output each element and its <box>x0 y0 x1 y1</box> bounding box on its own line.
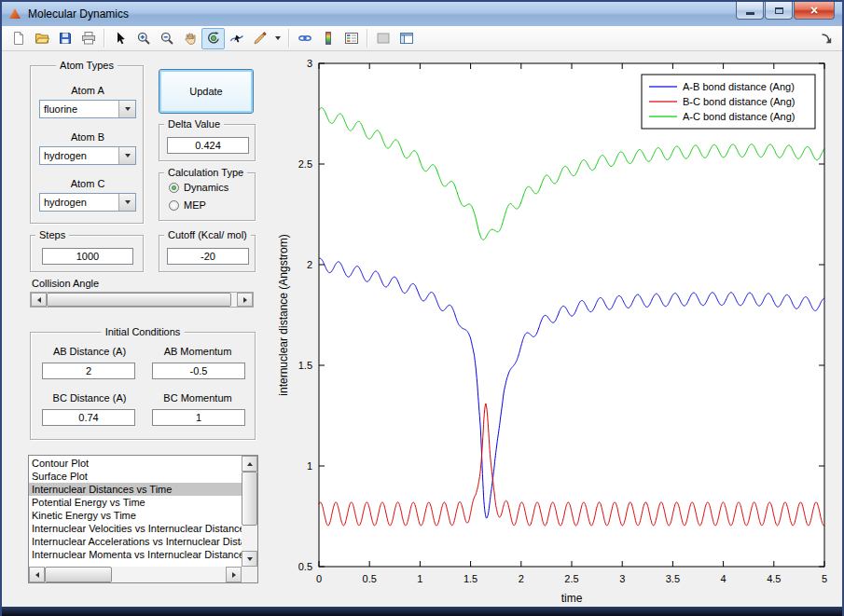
scroll-left-button[interactable] <box>29 567 45 582</box>
list-item[interactable]: Internuclear Velocities vs Internuclear … <box>29 522 242 535</box>
list-horizontal-scrollbar[interactable] <box>29 567 242 582</box>
brush-dropdown-button[interactable] <box>271 27 284 50</box>
collision-angle-slider[interactable] <box>30 292 254 308</box>
horizontal-scroll-thumb[interactable] <box>45 567 112 582</box>
zoom-out-icon <box>159 31 174 46</box>
update-button[interactable]: Update <box>159 69 254 114</box>
pan-icon <box>183 31 198 46</box>
list-item[interactable]: Potential Energy vs Time <box>29 496 242 509</box>
list-item[interactable]: Internuclear Distances vs Time <box>29 483 242 496</box>
atom-a-select[interactable]: fluorine <box>39 100 136 118</box>
delta-value-input[interactable] <box>167 137 249 154</box>
steps-panel: Steps <box>30 235 144 272</box>
svg-text:3: 3 <box>307 58 312 69</box>
slider-right-button[interactable] <box>237 293 253 307</box>
cutoff-input[interactable] <box>167 248 249 265</box>
window-titlebar[interactable]: Molecular Dynamics × <box>2 2 842 26</box>
svg-text:1.5: 1.5 <box>298 360 312 371</box>
cutoff-title: Cutoff (Kcal/ mol) <box>164 229 251 241</box>
cutoff-panel: Cutoff (Kcal/ mol) <box>159 235 256 272</box>
chevron-down-icon <box>275 36 281 40</box>
plot-area[interactable]: 00.511.522.533.544.550.511.522.53timeint… <box>274 54 843 606</box>
open-file-icon <box>35 31 49 46</box>
link-plot-icon <box>297 31 312 46</box>
slider-thumb[interactable] <box>47 293 231 307</box>
plot-type-list[interactable]: Contour PlotSurface PlotInternuclear Dis… <box>28 455 258 583</box>
new-file-button[interactable] <box>7 28 30 49</box>
atom-c-dropdown-button[interactable] <box>118 194 135 211</box>
svg-text:5: 5 <box>822 573 827 584</box>
slider-left-button[interactable] <box>31 293 47 307</box>
arrow-left-icon <box>37 297 41 303</box>
svg-text:time: time <box>561 592 583 605</box>
figure-toolbar <box>2 26 842 51</box>
minimize-button[interactable] <box>736 2 764 20</box>
ab-momentum-input[interactable] <box>152 363 245 379</box>
dock-figure-button[interactable] <box>814 28 837 49</box>
plot-svg: 00.511.522.533.544.550.511.522.53timeint… <box>274 54 843 606</box>
insert-legend-button[interactable] <box>339 28 363 49</box>
svg-text:4.5: 4.5 <box>767 573 781 584</box>
steps-input[interactable] <box>42 248 133 265</box>
brush-icon <box>253 31 268 46</box>
scroll-right-button[interactable] <box>226 567 242 582</box>
show-plot-tools-button[interactable] <box>394 28 418 49</box>
arrow-right-icon <box>243 297 247 303</box>
ab-momentum-label: AB Momentum <box>146 346 249 357</box>
delta-value-panel: Delta Value <box>159 124 256 161</box>
rotate-3d-button[interactable] <box>201 28 225 49</box>
ab-distance-input[interactable] <box>42 363 135 379</box>
scroll-down-button[interactable] <box>242 551 257 567</box>
list-item[interactable]: Kinetic Energy vs Time <box>29 509 242 522</box>
calculation-type-title: Calculation Type <box>164 167 247 179</box>
hide-plot-tools-icon <box>376 31 391 46</box>
close-icon: × <box>810 3 818 18</box>
maximize-icon <box>775 7 783 14</box>
svg-text:1: 1 <box>307 460 312 472</box>
atom-a-label: Atom A <box>31 85 145 96</box>
vertical-scroll-thumb[interactable] <box>242 472 257 526</box>
initial-conditions-title: Initial Conditions <box>102 326 185 338</box>
list-item[interactable]: Internuclear Momenta vs Internuclear Dis… <box>29 548 242 561</box>
close-button[interactable]: × <box>794 2 835 20</box>
list-item[interactable]: Surface Plot <box>29 470 242 483</box>
list-item[interactable]: Internuclear Accelerations vs Internucle… <box>29 535 242 548</box>
zoom-out-button[interactable] <box>155 28 178 49</box>
arrow-left-icon <box>35 572 39 578</box>
application-window: Molecular Dynamics × Atom Ty <box>0 0 844 616</box>
dynamics-radio-label: Dynamics <box>184 182 228 193</box>
chevron-down-icon <box>125 107 131 111</box>
list-vertical-scrollbar[interactable] <box>242 456 257 567</box>
atom-a-dropdown-button[interactable] <box>118 101 135 117</box>
scroll-up-button[interactable] <box>242 456 257 472</box>
dynamics-radio[interactable]: Dynamics <box>169 182 228 193</box>
atom-b-select[interactable]: hydrogen <box>39 146 136 165</box>
atom-b-dropdown-button[interactable] <box>118 147 135 164</box>
brush-button[interactable] <box>248 28 271 49</box>
bc-distance-label: BC Distance (A) <box>38 392 141 404</box>
bc-distance-input[interactable] <box>42 409 135 426</box>
print-button[interactable] <box>76 28 100 49</box>
insert-colorbar-button[interactable] <box>316 28 339 49</box>
maximize-button[interactable] <box>765 2 793 20</box>
rotate-3d-icon <box>206 31 221 46</box>
pointer-button[interactable] <box>108 28 131 49</box>
link-plot-button[interactable] <box>293 28 316 49</box>
hide-plot-tools-button[interactable] <box>371 28 394 49</box>
pointer-icon <box>113 31 128 46</box>
bc-momentum-input[interactable] <box>152 409 245 426</box>
scrollbar-corner <box>242 567 257 582</box>
zoom-in-button[interactable] <box>131 28 155 49</box>
list-item[interactable]: Contour Plot <box>29 457 242 470</box>
save-button[interactable] <box>53 28 76 49</box>
radio-icon <box>169 183 179 193</box>
pan-button[interactable] <box>178 28 201 49</box>
atom-c-select[interactable]: hydrogen <box>39 193 136 212</box>
open-file-button[interactable] <box>30 28 53 49</box>
svg-text:0: 0 <box>316 573 322 584</box>
toolbar-separator <box>367 29 367 48</box>
data-cursor-button[interactable] <box>225 28 248 49</box>
save-icon <box>58 31 73 46</box>
mep-radio[interactable]: MEP <box>169 199 206 211</box>
matlab-icon <box>7 7 22 21</box>
